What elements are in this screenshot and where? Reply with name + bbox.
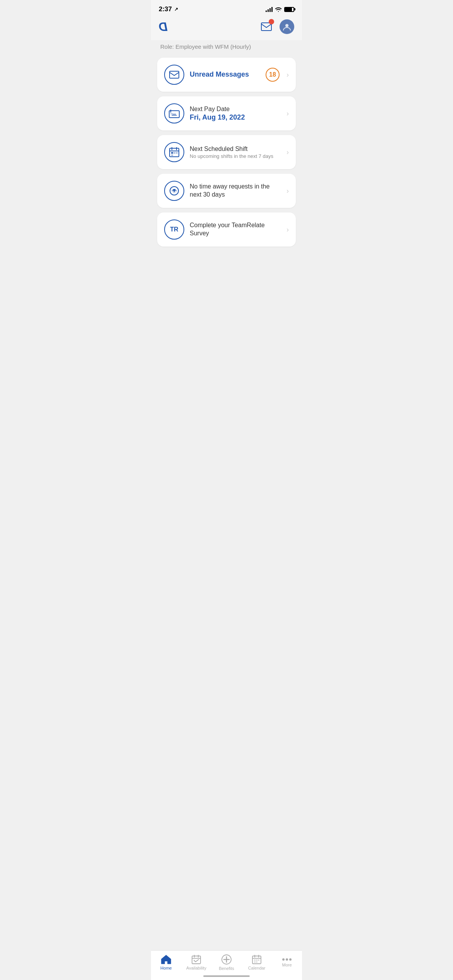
pay-date-icon xyxy=(164,103,184,123)
pay-date-content: Next Pay Date Fri, Aug 19, 2022 xyxy=(190,105,281,122)
shift-chevron: › xyxy=(287,148,289,156)
svg-rect-7 xyxy=(170,113,173,115)
app-logo: D xyxy=(159,20,168,34)
unread-messages-chevron: › xyxy=(287,71,289,79)
status-icons xyxy=(266,7,294,12)
wifi-icon xyxy=(275,7,282,12)
role-label: Role: Employee with WFM (Hourly) xyxy=(151,40,302,58)
svg-rect-14 xyxy=(176,152,178,154)
next-shift-card[interactable]: Next Scheduled Shift No upcoming shifts … xyxy=(157,135,296,169)
header-right xyxy=(259,19,294,34)
shift-subtitle: No upcoming shifts in the next 7 days xyxy=(190,153,281,159)
team-relate-initials: TR xyxy=(170,226,178,233)
app-header: D xyxy=(151,16,302,40)
pay-date-value: Fri, Aug 19, 2022 xyxy=(190,113,281,122)
team-relate-content: Complete your TeamRelate Survey xyxy=(190,221,281,238)
next-pay-date-card[interactable]: Next Pay Date Fri, Aug 19, 2022 › xyxy=(157,96,296,130)
shift-content: Next Scheduled Shift No upcoming shifts … xyxy=(190,145,281,159)
time-away-card[interactable]: No time away requests in the next 30 day… xyxy=(157,174,296,208)
time-away-title: No time away requests in the next 30 day… xyxy=(190,183,281,199)
pay-date-label: Next Pay Date xyxy=(190,105,281,113)
svg-rect-13 xyxy=(173,152,175,154)
svg-rect-15 xyxy=(171,154,173,156)
mail-button[interactable] xyxy=(259,20,273,34)
location-icon: ↗ xyxy=(174,7,178,12)
team-relate-card[interactable]: TR Complete your TeamRelate Survey › xyxy=(157,212,296,247)
status-time: 2:37 ↗ xyxy=(159,5,178,13)
time-away-chevron: › xyxy=(287,187,289,195)
battery-icon xyxy=(284,7,294,12)
shift-label: Next Scheduled Shift xyxy=(190,145,281,153)
team-relate-chevron: › xyxy=(287,226,289,234)
time-away-icon xyxy=(164,181,184,201)
user-avatar[interactable] xyxy=(280,19,294,34)
unread-messages-card[interactable]: Unread Messages 18 › xyxy=(157,58,296,92)
time-away-content: No time away requests in the next 30 day… xyxy=(190,183,281,199)
svg-rect-12 xyxy=(171,152,173,154)
shift-icon xyxy=(164,142,184,162)
avatar-icon xyxy=(283,22,291,31)
unread-messages-content: Unread Messages xyxy=(190,70,260,79)
svg-point-1 xyxy=(285,24,288,27)
team-relate-icon: TR xyxy=(164,219,184,240)
signal-bars xyxy=(266,7,273,12)
unread-count-badge: 18 xyxy=(266,68,280,82)
mail-notification-badge xyxy=(269,19,274,24)
main-content: Unread Messages 18 › Next Pay Date Fri, … xyxy=(151,58,302,285)
pay-date-chevron: › xyxy=(287,110,289,118)
svg-rect-2 xyxy=(170,71,179,78)
unread-messages-icon xyxy=(164,65,184,85)
team-relate-title: Complete your TeamRelate Survey xyxy=(190,221,281,238)
status-bar: 2:37 ↗ xyxy=(151,0,302,16)
unread-messages-title: Unread Messages xyxy=(190,70,249,78)
